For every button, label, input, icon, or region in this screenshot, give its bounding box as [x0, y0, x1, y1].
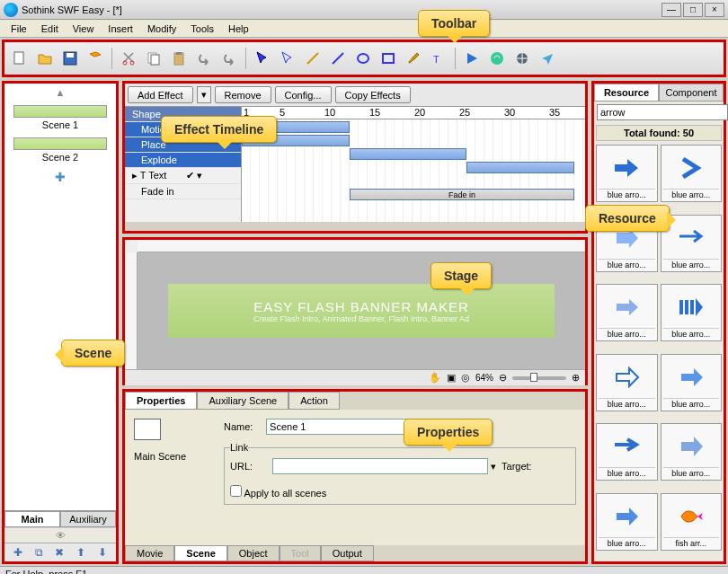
zoom-out-icon[interactable]: ⊖: [499, 372, 507, 384]
resource-item[interactable]: blue arro...: [596, 493, 658, 551]
scene-thumb-2[interactable]: [13, 137, 107, 150]
resource-item[interactable]: blue arro...: [661, 354, 723, 411]
scene-preview-icon: [134, 419, 161, 440]
redo-button[interactable]: [218, 47, 241, 70]
tab-auxiliary[interactable]: Auxiliary: [60, 511, 116, 527]
scene-del-icon[interactable]: ✖: [55, 546, 64, 559]
btab-movie[interactable]: Movie: [125, 545, 174, 561]
svg-rect-8: [176, 52, 182, 55]
preview-button[interactable]: [485, 47, 509, 70]
add-effect-dropdown[interactable]: ▾: [197, 86, 211, 103]
tab-resource[interactable]: Resource: [594, 84, 659, 102]
menu-edit[interactable]: Edit: [34, 22, 66, 36]
publish-button[interactable]: [510, 47, 534, 70]
timeline-grid[interactable]: 1 5 10 15 20 25 30 35 Fade in: [242, 107, 585, 222]
stage-canvas[interactable]: EASY FLASH BANNER MAKER Create Flash Int…: [138, 252, 585, 369]
scene-panel: ▲ Scene 1 Scene 2 ✚ Main Auxiliary 👁 ✚ ⧉…: [2, 81, 119, 564]
resource-search-input[interactable]: [597, 104, 728, 120]
undo-button[interactable]: [192, 47, 216, 70]
menu-tools[interactable]: Tools: [183, 22, 221, 36]
menu-help[interactable]: Help: [221, 22, 256, 36]
btab-output[interactable]: Output: [321, 545, 374, 561]
resource-item[interactable]: blue arro...: [661, 284, 723, 341]
select-tool[interactable]: [251, 47, 274, 70]
apply-all-check[interactable]: [230, 485, 242, 497]
menu-file[interactable]: File: [4, 22, 34, 36]
resource-item[interactable]: blue arro...: [596, 423, 658, 481]
menu-bar: File Edit View Insert Modify Tools Help: [0, 20, 728, 38]
fit-icon[interactable]: ▣: [447, 372, 456, 384]
window-title: Sothink SWF Easy - [*]: [22, 4, 660, 15]
zoom-in-icon[interactable]: ⊕: [572, 372, 580, 384]
btab-scene[interactable]: Scene: [174, 545, 226, 561]
target-label: Target:: [502, 461, 532, 472]
tree-text[interactable]: ▸ T Text ✔ ▾: [125, 168, 241, 184]
btab-object[interactable]: Object: [227, 545, 280, 561]
url-dropdown[interactable]: ▾: [491, 461, 496, 472]
remove-effect-button[interactable]: Remove: [215, 86, 271, 103]
menu-view[interactable]: View: [66, 22, 102, 36]
banner-preview[interactable]: EASY FLASH BANNER MAKER Create Flash Int…: [168, 284, 555, 338]
add-scene-button[interactable]: ✚: [8, 170, 112, 184]
resource-item[interactable]: blue arro...: [661, 423, 723, 481]
add-effect-button[interactable]: Add Effect: [128, 86, 193, 103]
tree-fadein[interactable]: Fade in: [125, 184, 241, 199]
zoom-slider[interactable]: [512, 376, 566, 380]
new-button[interactable]: [8, 47, 31, 70]
tab-properties[interactable]: Properties: [125, 392, 197, 410]
svg-rect-14: [679, 300, 683, 314]
rect-tool[interactable]: [377, 47, 400, 70]
bar-explode[interactable]: [466, 162, 574, 173]
properties-panel: Properties Properties Auxiliary Scene Ac…: [122, 389, 588, 564]
open-button[interactable]: [33, 47, 57, 70]
scene-add-icon[interactable]: ✚: [13, 546, 22, 559]
resource-item[interactable]: blue arro...: [661, 145, 723, 202]
scene-down-icon[interactable]: ⬇: [98, 546, 107, 559]
actual-icon[interactable]: ◎: [461, 372, 470, 384]
menu-modify[interactable]: Modify: [140, 22, 183, 36]
stage-ruler-vertical: [125, 252, 138, 369]
bar-place[interactable]: [350, 148, 466, 160]
export-button[interactable]: [84, 47, 107, 70]
oval-tool[interactable]: [351, 47, 375, 70]
hand-tool-icon[interactable]: ✋: [429, 372, 441, 384]
line-tool[interactable]: [326, 47, 350, 70]
save-button[interactable]: [58, 47, 82, 70]
resource-item[interactable]: blue arro...: [596, 284, 658, 341]
copy-button[interactable]: [142, 47, 165, 70]
subselect-tool[interactable]: [276, 47, 299, 70]
cut-button[interactable]: [117, 47, 140, 70]
resource-item[interactable]: blue arro...: [596, 145, 658, 202]
resource-item[interactable]: fish arr...: [661, 493, 723, 551]
scene-up-icon[interactable]: ⬆: [76, 546, 85, 559]
close-button[interactable]: ×: [705, 3, 724, 17]
paste-button[interactable]: [167, 47, 191, 70]
scene-dup-icon[interactable]: ⧉: [35, 546, 43, 559]
brush-tool[interactable]: [402, 47, 425, 70]
svg-rect-0: [14, 52, 23, 64]
scene-thumb-1[interactable]: [13, 105, 107, 118]
pen-tool[interactable]: [301, 47, 324, 70]
tab-component[interactable]: Component: [659, 84, 724, 102]
url-label: URL:: [230, 461, 270, 472]
app-icon: [4, 3, 18, 17]
menu-insert[interactable]: Insert: [101, 22, 140, 36]
tab-main[interactable]: Main: [4, 511, 60, 527]
bar-fadein[interactable]: Fade in: [350, 189, 574, 200]
name-label: Name:: [224, 421, 263, 432]
tab-action[interactable]: Action: [289, 392, 340, 410]
resource-item[interactable]: blue arro...: [596, 354, 658, 411]
callout-toolbar: Toolbar: [418, 10, 490, 37]
minimize-button[interactable]: —: [661, 3, 681, 17]
callout-resource: Resource: [585, 205, 670, 232]
svg-point-9: [358, 54, 368, 63]
callout-properties: Properties: [404, 419, 493, 446]
config-effect-button[interactable]: Config...: [275, 86, 332, 103]
link-legend: Link: [230, 442, 248, 453]
maximize-button[interactable]: □: [683, 3, 703, 17]
eye-icon[interactable]: 👁: [4, 527, 116, 543]
tab-aux-scene[interactable]: Auxiliary Scene: [197, 392, 289, 410]
copy-effects-button[interactable]: Copy Effects: [335, 86, 411, 103]
help-button[interactable]: [536, 47, 559, 70]
main-toolbar: T: [4, 42, 724, 75]
